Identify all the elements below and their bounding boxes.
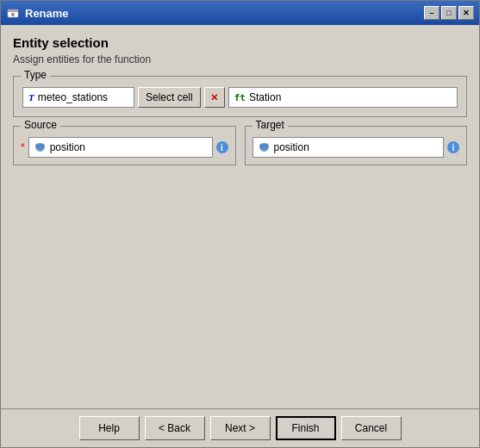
type-group: Type T meteo_stations Select cell ✕ ft S… xyxy=(13,76,467,117)
table-icon: T xyxy=(28,92,34,103)
type-row: T meteo_stations Select cell ✕ ft Statio… xyxy=(22,87,458,108)
target-field-row: position i xyxy=(252,137,460,158)
target-db-icon xyxy=(259,141,271,153)
minimize-button[interactable]: – xyxy=(424,6,439,20)
next-button[interactable]: Next > xyxy=(210,416,271,440)
station-value: Station xyxy=(249,91,281,103)
window-icon: R xyxy=(6,6,20,20)
source-target-row: Source * position i xyxy=(13,126,467,165)
select-cell-button[interactable]: Select cell xyxy=(138,87,201,108)
content-area: Entity selection Assign entities for the… xyxy=(1,25,479,408)
source-group: Source * position i xyxy=(13,126,236,165)
source-field-row: * position i xyxy=(21,137,228,158)
source-info-icon[interactable]: i xyxy=(216,141,228,153)
svg-text:R: R xyxy=(11,12,15,17)
close-button[interactable]: ✕ xyxy=(458,6,474,20)
required-star: * xyxy=(21,141,25,153)
spacer xyxy=(13,165,467,398)
title-bar: R Rename – □ ✕ xyxy=(1,1,479,25)
type-group-label: Type xyxy=(21,69,50,81)
table-input[interactable]: T meteo_stations xyxy=(22,87,134,108)
table-value: meteo_stations xyxy=(38,91,108,103)
title-bar-buttons: – □ ✕ xyxy=(424,6,474,20)
main-window: R Rename – □ ✕ Entity selection Assign e… xyxy=(0,0,480,448)
finish-button[interactable]: Finish xyxy=(276,416,336,440)
station-input[interactable]: ft Station xyxy=(228,87,458,108)
source-field-input[interactable]: position xyxy=(28,137,213,158)
window-title: Rename xyxy=(25,7,424,20)
clear-button[interactable]: ✕ xyxy=(204,87,225,108)
button-bar: Help < Back Next > Finish Cancel xyxy=(1,408,479,447)
help-button[interactable]: Help xyxy=(79,416,140,440)
source-group-label: Source xyxy=(21,119,60,131)
target-field-input[interactable]: position xyxy=(252,137,445,158)
page-title: Entity selection xyxy=(13,35,467,50)
ft-icon: ft xyxy=(234,92,246,103)
cancel-button[interactable]: Cancel xyxy=(341,416,402,440)
target-group: Target position i xyxy=(245,126,468,165)
source-field-value: position xyxy=(50,141,85,153)
source-db-icon xyxy=(34,141,47,153)
page-subtitle: Assign entities for the function xyxy=(13,53,467,65)
back-button[interactable]: < Back xyxy=(145,416,205,440)
target-field-value: position xyxy=(274,141,309,153)
target-info-icon[interactable]: i xyxy=(447,141,459,153)
clear-icon: ✕ xyxy=(210,92,218,103)
target-group-label: Target xyxy=(252,119,288,131)
maximize-button[interactable]: □ xyxy=(441,6,457,20)
